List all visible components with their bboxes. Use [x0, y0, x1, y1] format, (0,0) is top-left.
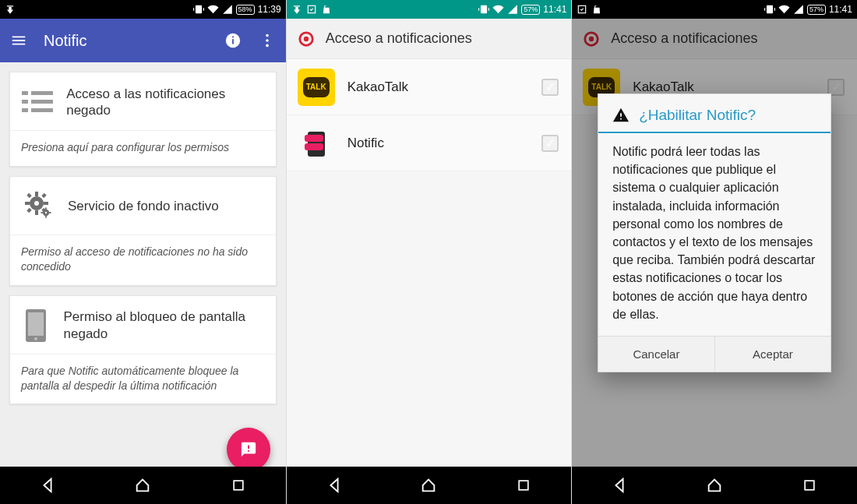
svg-rect-33: [234, 481, 243, 490]
svg-rect-6: [22, 91, 28, 95]
list-item-label: KakaoTalk: [347, 79, 530, 95]
feedback-fab[interactable]: [227, 428, 270, 467]
nav-back[interactable]: [596, 477, 643, 494]
clock: 11:41: [543, 4, 566, 15]
enable-dialog: ¿Habilitar Notific? Notific podrá leer t…: [598, 93, 831, 372]
hamburger-icon[interactable]: [9, 32, 28, 49]
battery-indicator: 57%: [521, 5, 540, 15]
status-bar: 57% 11:41: [572, 0, 857, 19]
svg-rect-44: [805, 481, 814, 490]
card-subtitle: Permiso al acceso de notificaciones no h…: [10, 235, 276, 285]
svg-point-5: [266, 44, 269, 48]
dialog-body: Notific podrá leer todas las notificacio…: [598, 143, 831, 336]
wifi-icon: [207, 4, 219, 15]
svg-rect-38: [305, 135, 323, 142]
settings-header: Acceso a notificaciones: [287, 19, 572, 59]
svg-rect-40: [520, 481, 529, 490]
phone-screen-2: 57% 11:41 Acceso a notificaciones TALK K…: [286, 0, 572, 504]
app-list: TALK KakaoTalk ✓ Notific ✓: [287, 59, 572, 467]
accept-button[interactable]: Aceptar: [714, 337, 831, 372]
content-area: Acceso a las notificaciones negado Presi…: [0, 62, 286, 467]
list-item-kakaotalk[interactable]: TALK KakaoTalk ✓: [287, 59, 572, 115]
phone-icon: [21, 308, 51, 343]
svg-rect-7: [31, 91, 53, 95]
warning-icon: [612, 107, 630, 124]
svg-point-4: [266, 39, 269, 42]
battery-indicator: 58%: [236, 5, 255, 15]
nav-bar: [0, 467, 286, 504]
svg-rect-2: [232, 37, 234, 38]
kakao-icon: TALK: [298, 69, 335, 106]
svg-rect-25: [45, 215, 47, 217]
nav-back[interactable]: [24, 477, 71, 494]
signal-icon: [507, 4, 518, 15]
card-subtitle: Presiona aquí para configurar los permis…: [10, 131, 276, 166]
card-title: Permiso al bloqueo de pantalla negado: [64, 308, 265, 342]
nav-back[interactable]: [311, 477, 358, 494]
svg-rect-27: [49, 212, 51, 213]
svg-rect-8: [22, 100, 28, 104]
screenshot-icon: [577, 4, 587, 15]
svg-rect-10: [22, 108, 28, 112]
card-lockscreen-permission[interactable]: Permiso al bloqueo de pantalla negado Pa…: [9, 295, 277, 405]
store-icon: [591, 4, 602, 15]
overflow-icon[interactable]: [258, 32, 277, 49]
signal-icon: [222, 4, 233, 15]
screenshot-icon: [306, 4, 317, 15]
checkbox[interactable]: ✓: [541, 79, 559, 96]
notific-icon: [298, 125, 335, 162]
card-notification-access[interactable]: Acceso a las notificaciones negado Presi…: [9, 72, 277, 167]
app-title: Notific: [44, 32, 208, 50]
wifi-icon: [492, 4, 504, 15]
dialog-actions: Cancelar Aceptar: [598, 336, 831, 372]
svg-rect-31: [248, 446, 249, 449]
card-title: Servicio de fondo inactivo: [68, 198, 219, 214]
gear-icon: [298, 30, 315, 48]
settings-title: Acceso a notificaciones: [326, 30, 472, 47]
svg-point-13: [34, 201, 39, 206]
svg-rect-16: [25, 202, 30, 205]
nav-recent[interactable]: [500, 478, 547, 493]
nav-bar: [572, 467, 857, 504]
vibrate-icon: [193, 4, 204, 15]
svg-rect-32: [248, 450, 249, 452]
list-item-label: Notific: [347, 136, 530, 151]
gears-icon: [21, 189, 55, 224]
nav-recent[interactable]: [215, 478, 262, 493]
card-background-service[interactable]: Servicio de fondo inactivo Permiso al ac…: [9, 176, 277, 286]
nav-recent[interactable]: [786, 478, 833, 493]
modal-overlay: ¿Habilitar Notific? Notific podrá leer t…: [572, 19, 857, 467]
svg-rect-11: [31, 108, 53, 112]
svg-rect-17: [44, 202, 48, 205]
checkbox[interactable]: ✓: [541, 135, 559, 152]
svg-rect-21: [26, 208, 31, 213]
svg-rect-9: [31, 100, 53, 104]
svg-point-23: [45, 212, 47, 213]
app-bar: Notific: [0, 19, 286, 62]
svg-rect-26: [41, 212, 43, 213]
store-icon: [321, 4, 332, 15]
svg-rect-39: [305, 143, 323, 150]
status-bar: 58% 11:39: [0, 0, 286, 19]
card-subtitle: Para que Notific automáticamente bloquee…: [10, 354, 276, 404]
battery-indicator: 57%: [807, 5, 826, 15]
svg-point-3: [266, 34, 269, 37]
list-item-notific[interactable]: Notific ✓: [287, 115, 572, 171]
vibrate-icon: [478, 4, 489, 15]
vibrate-icon: [764, 4, 775, 15]
nav-home[interactable]: [405, 477, 452, 494]
download-icon: [291, 4, 302, 15]
phone-screen-3: 57% 11:41 Acceso a notificaciones TALK K…: [571, 0, 857, 504]
nav-home[interactable]: [119, 477, 166, 494]
nav-home[interactable]: [691, 477, 738, 494]
phone-screen-1: 58% 11:39 Notific Ac: [0, 0, 286, 504]
clock: 11:39: [258, 4, 281, 15]
svg-rect-24: [45, 207, 47, 210]
svg-rect-29: [28, 312, 44, 336]
info-icon[interactable]: [224, 32, 242, 49]
download-icon: [5, 4, 16, 15]
cancel-button[interactable]: Cancelar: [598, 337, 714, 372]
svg-rect-14: [35, 192, 38, 196]
svg-rect-1: [232, 39, 234, 44]
nav-bar: [287, 467, 572, 504]
